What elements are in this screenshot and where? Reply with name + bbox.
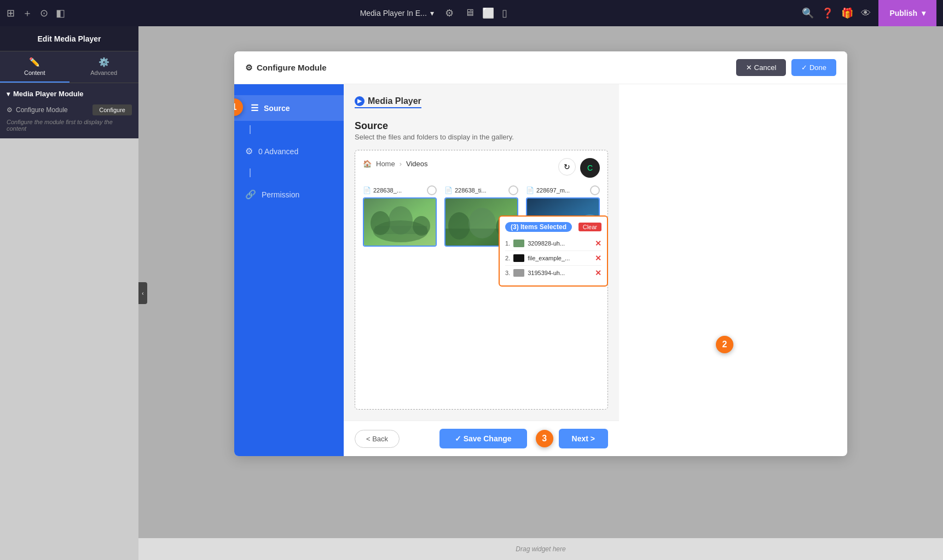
settings-icon[interactable]: ⚙ bbox=[445, 7, 454, 19]
item-2-num: 2. bbox=[505, 255, 510, 261]
item-3-name: 3195394-uh... bbox=[528, 270, 565, 276]
item-1-num: 1. bbox=[505, 240, 510, 247]
svg-point-3 bbox=[371, 211, 390, 235]
content-tab-icon: ✏️ bbox=[29, 57, 40, 67]
canvas-top-hint bbox=[138, 26, 943, 46]
permission-nav-icon: 🔗 bbox=[245, 189, 256, 200]
sidebar-section-title: Media Player Module bbox=[7, 90, 132, 98]
sidebar-header: Edit Media Player bbox=[0, 26, 138, 51]
modal-content-wrapper: ▶ Media Player Source Select the files a… bbox=[344, 84, 619, 456]
media-item-1-radio[interactable] bbox=[427, 185, 437, 195]
svg-rect-17 bbox=[513, 254, 524, 262]
annotation-badge-2: 2 bbox=[716, 336, 733, 353]
item-3-num: 3. bbox=[505, 270, 510, 276]
nav-connector-1 bbox=[250, 125, 251, 134]
sidebar-collapse-handle[interactable]: ‹ bbox=[138, 282, 147, 304]
clear-button[interactable]: Clear bbox=[578, 223, 601, 231]
selected-item-2: 2. file_example_... ✕ bbox=[505, 251, 601, 266]
configure-module-icon: ⚙ bbox=[7, 106, 13, 114]
help-icon[interactable]: ❓ bbox=[821, 7, 834, 19]
svg-rect-16 bbox=[513, 240, 524, 247]
history-icon[interactable]: ⊙ bbox=[40, 7, 48, 19]
desktop-icon[interactable]: 🖥 bbox=[465, 7, 475, 19]
canvas-area: ⚙ Configure Module ✕ Cancel ✓ Done bbox=[138, 26, 943, 560]
search-icon[interactable]: 🔍 bbox=[802, 7, 814, 19]
item-3-thumb bbox=[513, 269, 524, 277]
done-button[interactable]: ✓ Done bbox=[791, 59, 836, 76]
remove-item-3-button[interactable]: ✕ bbox=[595, 269, 601, 277]
browser-actions: ↻ C bbox=[558, 158, 600, 178]
file-icon-1: 📄 bbox=[363, 186, 371, 194]
page-name-label: Media Player In E... bbox=[360, 9, 427, 18]
sidebar: Edit Media Player ✏️ Content ⚙️ Advanced… bbox=[0, 26, 138, 138]
svg-point-4 bbox=[389, 206, 413, 235]
save-change-button[interactable]: ✓ Save Change bbox=[439, 429, 527, 448]
topbar-center: Media Player In E... ▾ ⚙ 🖥 ⬜ ▯ bbox=[360, 7, 507, 19]
elementor-logo-icon[interactable]: ⊞ bbox=[7, 7, 15, 19]
advanced-tab-icon: ⚙️ bbox=[99, 57, 109, 67]
media-item-2-radio[interactable] bbox=[508, 185, 518, 195]
svg-point-9 bbox=[468, 208, 496, 238]
svg-point-5 bbox=[413, 216, 430, 236]
media-item-1[interactable]: 📄 228638_... bbox=[363, 185, 437, 247]
remove-item-2-button[interactable]: ✕ bbox=[595, 254, 601, 262]
annotation-badge-2-wrapper: 2 bbox=[716, 336, 733, 353]
remove-item-1-button[interactable]: ✕ bbox=[595, 239, 601, 248]
media-item-3-radio[interactable] bbox=[590, 185, 600, 195]
sidebar-hint: Configure the module first to display th… bbox=[7, 119, 132, 132]
source-desc: Select the files and folders to display … bbox=[355, 133, 608, 141]
tablet-icon[interactable]: ⬜ bbox=[482, 7, 494, 19]
media-thumb-1 bbox=[363, 197, 437, 247]
breadcrumb-current: Videos bbox=[406, 160, 428, 168]
selected-items-panel: (3) Items Selected Clear 1. bbox=[499, 215, 608, 287]
page-name-button[interactable]: Media Player In E... ▾ bbox=[360, 9, 434, 18]
main-layout: Edit Media Player ✏️ Content ⚙️ Advanced… bbox=[0, 26, 943, 560]
add-element-icon[interactable]: ＋ bbox=[22, 7, 32, 20]
svg-point-8 bbox=[448, 212, 470, 240]
nav-item-source[interactable]: ☰ Source bbox=[234, 95, 344, 121]
home-icon: 🏠 bbox=[363, 160, 372, 168]
filter-button[interactable]: C bbox=[580, 158, 600, 178]
next-button[interactable]: Next > bbox=[559, 429, 608, 448]
modal-title: ⚙ Configure Module bbox=[245, 63, 327, 73]
content-tab-label: Content bbox=[24, 69, 45, 76]
gift-icon[interactable]: 🎁 bbox=[841, 7, 853, 19]
advanced-nav-label: 0 Advanced bbox=[258, 147, 298, 156]
item-2-thumb bbox=[513, 254, 524, 262]
page-name-chevron: ▾ bbox=[430, 9, 434, 18]
source-section: Source Select the files and folders to d… bbox=[355, 117, 608, 141]
topbar-left: ⊞ ＋ ⊙ ◧ bbox=[7, 7, 65, 20]
selected-panel-header: (3) Items Selected Clear bbox=[505, 222, 601, 232]
selected-item-3: 3. 3195394-uh... ✕ bbox=[505, 266, 601, 280]
nav-item-advanced[interactable]: ⚙ 0 Advanced bbox=[234, 138, 344, 164]
modal-header: ⚙ Configure Module ✕ Cancel ✓ Done bbox=[234, 51, 847, 84]
modal-body: 1 ☰ Source ⚙ 0 Advanced bbox=[234, 84, 847, 456]
item-2-name: file_example_... bbox=[528, 255, 570, 261]
modal-nav: 1 ☰ Source ⚙ 0 Advanced bbox=[234, 84, 344, 456]
publish-button[interactable]: Publish ▾ bbox=[878, 0, 936, 26]
nav-item-permission[interactable]: 🔗 Permission bbox=[234, 182, 344, 207]
configure-module-modal: ⚙ Configure Module ✕ Cancel ✓ Done bbox=[234, 51, 847, 456]
sidebar-title: Edit Media Player bbox=[38, 34, 101, 43]
cancel-button[interactable]: ✕ Cancel bbox=[736, 59, 786, 76]
advanced-nav-icon: ⚙ bbox=[245, 146, 253, 156]
eye-icon[interactable]: 👁 bbox=[861, 8, 871, 19]
sidebar-tabs: ✏️ Content ⚙️ Advanced bbox=[0, 51, 138, 83]
breadcrumb-separator: › bbox=[400, 160, 402, 168]
configure-row: ⚙ Configure Module Configure bbox=[7, 104, 132, 115]
sidebar-tab-content[interactable]: ✏️ Content bbox=[0, 51, 70, 83]
device-icons: 🖥 ⬜ ▯ bbox=[465, 7, 507, 19]
mobile-icon[interactable]: ▯ bbox=[502, 7, 507, 19]
source-nav-icon: ☰ bbox=[251, 103, 258, 113]
configure-module-button[interactable]: Configure bbox=[92, 104, 132, 115]
media-item-3-name: 📄 228697_m... bbox=[526, 186, 570, 194]
selected-item-1-info: 1. 3209828-uh... bbox=[505, 240, 565, 247]
sidebar-tab-advanced[interactable]: ⚙️ Advanced bbox=[70, 51, 139, 83]
breadcrumb: 🏠 Home › Videos bbox=[363, 160, 428, 168]
templates-icon[interactable]: ◧ bbox=[56, 7, 65, 19]
modal-footer: < Back ✓ Save Change 3 Next > bbox=[344, 421, 619, 456]
gear-icon: ⚙ bbox=[245, 63, 252, 73]
item-1-name: 3209828-uh... bbox=[528, 240, 565, 247]
back-button[interactable]: < Back bbox=[355, 430, 400, 448]
refresh-button[interactable]: ↻ bbox=[558, 158, 576, 176]
